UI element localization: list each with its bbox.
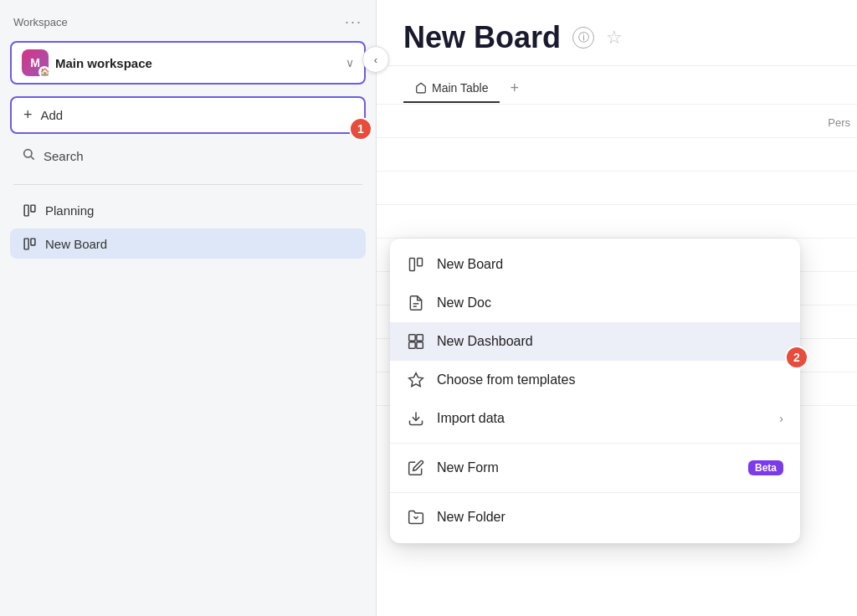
- board-menu-icon: [407, 255, 425, 274]
- sidebar-divider: [13, 184, 362, 185]
- menu-divider-2: [390, 492, 800, 493]
- star-icon[interactable]: ☆: [606, 27, 623, 49]
- add-tab-button[interactable]: +: [500, 73, 529, 104]
- svg-rect-6: [410, 259, 415, 271]
- menu-item-new-form[interactable]: New Form Beta: [390, 449, 800, 487]
- step-1-badge: 1: [349, 117, 372, 141]
- dashboard-menu-icon: [407, 332, 425, 351]
- doc-menu-icon: [407, 294, 425, 312]
- svg-line-1: [31, 157, 34, 160]
- search-item[interactable]: Search: [10, 141, 366, 171]
- main-content: Pers New Board: [377, 105, 857, 616]
- collapse-sidebar-button[interactable]: ‹: [362, 46, 389, 73]
- menu-item-new-dashboard-label: New Dashboard: [437, 334, 783, 349]
- svg-rect-3: [30, 205, 34, 212]
- info-icon[interactable]: ⓘ: [572, 27, 594, 49]
- step-2-badge: 2: [785, 346, 808, 369]
- svg-rect-2: [24, 205, 28, 216]
- menu-item-import-data[interactable]: Import data ›: [390, 399, 800, 438]
- form-menu-icon: [407, 459, 425, 477]
- svg-rect-13: [417, 342, 423, 349]
- menu-item-new-folder-label: New Folder: [437, 510, 783, 525]
- svg-marker-14: [409, 373, 423, 387]
- dropdown-menu: New Board New Doc: [390, 239, 800, 543]
- menu-item-new-folder[interactable]: New Folder: [390, 498, 800, 536]
- sidebar-item-planning-label: Planning: [45, 203, 94, 218]
- sidebar: Workspace ··· M 🏠 Main workspace ∨ + Add…: [0, 0, 377, 616]
- menu-item-new-doc-label: New Doc: [437, 295, 783, 311]
- sidebar-item-new-board-label: New Board: [45, 237, 107, 251]
- sidebar-header: Workspace ···: [10, 13, 366, 31]
- sidebar-item-planning[interactable]: Planning: [10, 195, 366, 225]
- main-area: New Board ⓘ ☆ Main Table + Pers: [377, 0, 857, 616]
- menu-item-new-doc[interactable]: New Doc: [390, 284, 800, 322]
- menu-item-import-data-label: Import data: [437, 411, 767, 426]
- tab-main-table-label: Main Table: [432, 81, 488, 95]
- search-label: Search: [44, 149, 84, 163]
- svg-point-0: [24, 150, 32, 157]
- board-icon: [22, 203, 37, 218]
- menu-item-new-board-label: New Board: [437, 257, 783, 272]
- workspace-selector[interactable]: M 🏠 Main workspace ∨: [10, 41, 366, 85]
- beta-badge: Beta: [748, 460, 783, 475]
- board-icon-2: [22, 236, 37, 251]
- menu-item-templates[interactable]: Choose from templates: [390, 361, 800, 399]
- svg-rect-11: [417, 335, 423, 341]
- page-title: New Board: [403, 20, 561, 55]
- pers-label: Pers: [821, 113, 857, 132]
- menu-divider: [390, 443, 800, 444]
- chevron-down-icon: ∨: [346, 56, 354, 69]
- svg-rect-4: [24, 239, 28, 249]
- workspace-label: Workspace: [13, 16, 68, 28]
- svg-rect-5: [30, 239, 34, 245]
- menu-item-templates-label: Choose from templates: [437, 372, 783, 388]
- import-menu-icon: [407, 409, 425, 428]
- plus-icon: +: [23, 106, 33, 124]
- menu-item-new-dashboard[interactable]: New Dashboard 2: [390, 322, 800, 361]
- tab-main-table[interactable]: Main Table: [403, 74, 500, 103]
- sidebar-item-new-board[interactable]: New Board: [10, 228, 366, 259]
- main-header: New Board ⓘ ☆: [377, 0, 857, 66]
- arrow-right-icon: ›: [779, 412, 783, 425]
- search-icon: [22, 147, 35, 164]
- workspace-name: Main workspace: [55, 56, 346, 70]
- svg-rect-10: [409, 335, 416, 341]
- home-icon: 🏠: [38, 66, 50, 78]
- folder-menu-icon: [407, 508, 425, 526]
- menu-item-new-form-label: New Form: [437, 460, 736, 475]
- menu-item-new-board[interactable]: New Board: [390, 245, 800, 284]
- more-options-icon[interactable]: ···: [345, 13, 362, 31]
- tab-bar: Main Table +: [377, 66, 857, 105]
- add-label: Add: [41, 108, 64, 122]
- svg-rect-12: [409, 342, 416, 349]
- workspace-icon: M 🏠: [22, 49, 49, 76]
- svg-rect-7: [418, 259, 423, 266]
- add-button[interactable]: + Add 1: [10, 96, 366, 134]
- templates-menu-icon: [407, 371, 425, 389]
